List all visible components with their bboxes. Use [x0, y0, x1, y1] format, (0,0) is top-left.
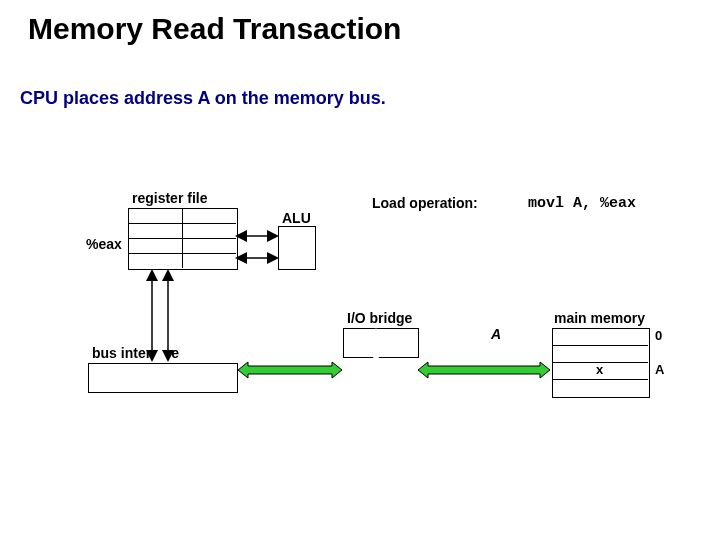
register-file-box: [128, 208, 238, 270]
mem-addr-0: 0: [655, 328, 662, 343]
page-title: Memory Read Transaction: [28, 12, 401, 46]
regfile-vline: [182, 208, 183, 268]
bus-interface-label: bus interface: [92, 345, 179, 361]
io-bridge-label: I/O bridge: [347, 310, 412, 326]
mem-value-x: x: [596, 362, 603, 377]
load-operation-label: Load operation:: [372, 195, 478, 211]
alu-label: ALU: [282, 210, 311, 226]
mem-hline-3: [552, 379, 648, 380]
alu-box: [278, 226, 316, 270]
eax-label: %eax: [86, 236, 122, 252]
io-bridge-box: [343, 328, 419, 358]
mem-hline-1: [552, 345, 648, 346]
register-file-label: register file: [132, 190, 207, 206]
movl-code: movl A, %eax: [528, 195, 636, 212]
bus-interface-box: [88, 363, 238, 393]
page-subtitle: CPU places address A on the memory bus.: [20, 88, 386, 109]
main-memory-label: main memory: [554, 310, 645, 326]
bus-value-a: A: [491, 326, 501, 342]
mem-addr-a: A: [655, 362, 664, 377]
diagram-svg: [0, 0, 720, 540]
